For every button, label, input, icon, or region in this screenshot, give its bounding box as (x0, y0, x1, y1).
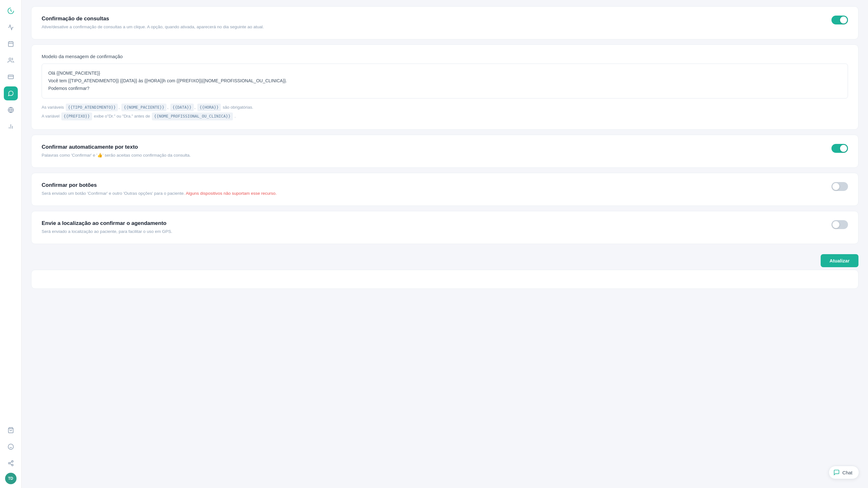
billing-icon[interactable] (4, 70, 18, 84)
variables-info: As variáveis {{TIPO_ATENDIMENTO}}, {{NOM… (42, 103, 848, 120)
button-confirm-toggle-slider (832, 182, 848, 191)
whatsapp-icon[interactable] (4, 86, 18, 100)
var-nome: {{NOME_PACIENTE}} (121, 103, 166, 112)
svg-point-13 (8, 444, 13, 450)
vars-required-line: As variáveis {{TIPO_ATENDIMENTO}}, {{NOM… (42, 103, 848, 112)
confirmation-title: Confirmação de consultas (42, 16, 264, 22)
auto-confirm-card: Confirmar automaticamente por texto Pala… (31, 135, 859, 168)
confirmation-card-text: Confirmação de consultas Ative/desative … (42, 16, 264, 30)
chat-label: Chat (842, 470, 852, 475)
action-bar: Atualizar (31, 249, 859, 270)
chat-float-icon (833, 469, 840, 476)
face-icon[interactable] (4, 440, 18, 454)
bottom-card (31, 270, 859, 289)
button-confirm-text: Confirmar por botões Será enviado um bot… (42, 182, 277, 197)
button-confirm-toggle[interactable] (832, 182, 848, 191)
vars-prefix-text: exibe o"Dr." ou "Dra." antes de (94, 114, 150, 119)
vars-prefix-label: A variável (42, 114, 59, 119)
calendar-icon[interactable] (4, 37, 18, 51)
var-tipo: {{TIPO_ATENDIMENTO}} (66, 103, 118, 112)
pulse-icon[interactable] (4, 20, 18, 34)
bag-icon[interactable] (4, 423, 18, 437)
vars-required-suffix: são obrigatórias. (223, 105, 253, 110)
share-icon[interactable] (4, 456, 18, 470)
vars-required-prefix: As variáveis (42, 105, 64, 110)
location-header: Envie a localização ao confirmar o agend… (42, 220, 848, 235)
chart-icon[interactable] (4, 119, 18, 133)
button-confirm-card: Confirmar por botões Será enviado um bot… (31, 173, 859, 206)
chat-button[interactable]: Chat (829, 466, 859, 479)
message-box: Olá {{NOME_PACIENTE}} Você tem {{TIPO_AT… (42, 64, 848, 98)
svg-point-4 (9, 58, 11, 60)
auto-confirm-toggle-slider (832, 144, 848, 153)
users-icon[interactable] (4, 53, 18, 67)
sidebar: TD (0, 0, 22, 488)
location-toggle-slider (832, 220, 848, 229)
update-button[interactable]: Atualizar (821, 254, 859, 267)
message-line1: Olá {{NOME_PACIENTE}} (48, 69, 841, 77)
location-desc: Será enviado a localização ao paciente, … (42, 228, 172, 235)
var-data: {{DATA}} (170, 103, 194, 112)
location-text: Envie a localização ao confirmar o agend… (42, 220, 172, 235)
svg-rect-0 (8, 41, 13, 47)
globe-icon[interactable] (4, 103, 18, 117)
avatar[interactable]: TD (5, 473, 17, 484)
svg-point-18 (11, 464, 13, 466)
button-confirm-desc: Será enviado um botão 'Confirmar' e outr… (42, 190, 277, 197)
location-toggle[interactable] (832, 220, 848, 229)
svg-line-19 (10, 463, 12, 464)
var-prefixo: {{PREFIXO}} (61, 113, 92, 120)
svg-point-17 (8, 463, 10, 464)
auto-confirm-desc: Palavras como 'Confirmar' e '👍' serão ac… (42, 152, 191, 158)
vars-prefix-line: A variável {{PREFIXO}} exibe o"Dr." ou "… (42, 113, 848, 120)
confirmation-card-header: Confirmação de consultas Ative/desative … (42, 16, 848, 30)
confirmation-desc: Ative/desative a confirmação de consulta… (42, 24, 264, 30)
model-section: Modelo da mensagem de confirmação Olá {{… (31, 44, 859, 129)
button-confirm-desc-prefix: Será enviado um botão 'Confirmar' e outr… (42, 191, 185, 196)
auto-confirm-toggle[interactable] (832, 144, 848, 153)
svg-line-20 (10, 462, 12, 463)
button-confirm-warning: Alguns dispositivos não suportam esse re… (186, 191, 277, 196)
button-confirm-title: Confirmar por botões (42, 182, 277, 188)
auto-confirm-title: Confirmar automaticamente por texto (42, 144, 191, 150)
auto-confirm-text: Confirmar automaticamente por texto Pala… (42, 144, 191, 158)
confirmation-toggle[interactable] (832, 16, 848, 25)
location-card: Envie a localização ao confirmar o agend… (31, 211, 859, 244)
button-confirm-header: Confirmar por botões Será enviado um bot… (42, 182, 848, 197)
message-line3: Podemos confirmar? (48, 85, 841, 92)
location-title: Envie a localização ao confirmar o agend… (42, 220, 172, 226)
svg-point-16 (11, 461, 13, 462)
logo-icon[interactable] (4, 4, 18, 18)
auto-confirm-header: Confirmar automaticamente por texto Pala… (42, 144, 848, 158)
confirmation-card: Confirmação de consultas Ative/desative … (31, 6, 859, 39)
var-hora: {{HORA}} (197, 103, 221, 112)
model-section-label: Modelo da mensagem de confirmação (42, 54, 848, 59)
vars-prefix-end: . (235, 114, 236, 119)
svg-rect-5 (8, 75, 13, 79)
message-line2: Você tem {{TIPO_ATENDIMENTO}} {{DATA}} à… (48, 77, 841, 85)
main-content: Confirmação de consultas Ative/desative … (22, 0, 868, 488)
confirmation-toggle-slider (832, 16, 848, 25)
var-profissional: {{NOME_PROFISSIONAL_OU_CLINICA}} (152, 113, 233, 120)
